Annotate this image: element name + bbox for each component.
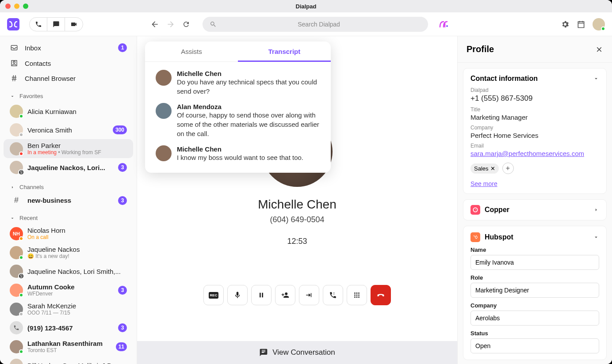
contact-company: Perfect Home Services <box>470 132 599 139</box>
toolbar-right <box>561 18 605 30</box>
view-conversation-button[interactable]: View Conversation <box>137 341 457 364</box>
transcript-message: Alan Mendoza Of course, happy to send th… <box>156 103 320 138</box>
contact-avatar <box>10 284 23 297</box>
chevron-down-icon <box>593 76 599 82</box>
popup-tabs: Assists Transcript <box>145 42 331 62</box>
hubspot-header[interactable]: Hubspot <box>470 232 599 242</box>
hubspot-name-input[interactable] <box>470 255 599 270</box>
calendar-button[interactable] <box>577 20 585 29</box>
tags-row: Sales ✕ + <box>470 163 599 174</box>
contact-avatar: NH <box>10 227 23 240</box>
mute-button[interactable] <box>227 285 248 305</box>
contact-info-header[interactable]: Contact information <box>470 75 599 83</box>
favorite-contact[interactable]: Veronica Smith 300 <box>4 121 133 139</box>
transfer-button[interactable] <box>299 285 319 305</box>
record-button[interactable]: REC <box>203 285 224 305</box>
hold-button[interactable] <box>251 285 272 305</box>
comm-toggle-group <box>29 17 83 31</box>
refresh-button[interactable] <box>182 20 190 28</box>
user-avatar[interactable] <box>593 18 605 30</box>
minimize-window-button[interactable] <box>14 4 19 9</box>
nav-channel-browser[interactable]: Channel Browser <box>0 71 137 86</box>
nav-label: Inbox <box>25 44 41 52</box>
main-body: Inbox 1 Contacts Channel Browser Favorit… <box>0 36 612 364</box>
nav-contacts[interactable]: Contacts <box>0 56 137 71</box>
main-panel: Michelle Chen (604) 649-0504 12:53 REC V… <box>137 36 457 364</box>
tab-transcript[interactable]: Transcript <box>238 42 331 61</box>
svg-point-9 <box>358 296 360 298</box>
hubspot-icon <box>470 232 480 242</box>
nav-label: Contacts <box>25 60 51 67</box>
favorite-contact-selected[interactable]: Ben Parker In a meeting • Working from S… <box>4 139 133 158</box>
svg-point-4 <box>354 295 356 296</box>
ai-button[interactable] <box>439 20 448 28</box>
chevron-right-icon <box>593 207 599 213</box>
contact-avatar <box>10 303 23 316</box>
park-call-button[interactable] <box>323 285 343 305</box>
close-profile-button[interactable] <box>595 46 603 53</box>
contacts-icon <box>10 59 19 67</box>
app-logo[interactable] <box>7 18 19 30</box>
recent-contact[interactable]: NH Nicolas Horn On a call <box>4 224 133 243</box>
remove-tag-icon[interactable]: ✕ <box>490 165 495 172</box>
transcript-message: Michelle Chen Do you have any technical … <box>156 70 320 96</box>
unread-badge: 3 <box>118 196 127 205</box>
channels-section-header[interactable]: Channels <box>0 177 137 193</box>
caller-name: Michelle Chen <box>258 197 336 212</box>
dialpad-button[interactable] <box>347 285 367 305</box>
copper-header[interactable]: Copper <box>470 205 599 215</box>
recent-phone[interactable]: (919) 123-4567 3 <box>4 318 133 337</box>
contact-title: Marketing Manager <box>470 114 599 121</box>
unread-badge: 3 <box>118 163 127 172</box>
profile-title: Profile <box>467 44 494 54</box>
hubspot-company-input[interactable] <box>470 311 599 326</box>
end-call-button[interactable] <box>371 285 391 305</box>
video-mode-button[interactable] <box>65 18 83 31</box>
add-tag-button[interactable]: + <box>502 163 514 174</box>
tag-chip[interactable]: Sales ✕ <box>470 163 499 174</box>
message-avatar <box>156 145 172 161</box>
call-mode-button[interactable] <box>30 18 47 31</box>
sidebar: Inbox 1 Contacts Channel Browser Favorit… <box>0 36 137 364</box>
recent-contact[interactable]: Autumn Cooke WFDenver 3 <box>4 281 133 300</box>
recent-contact[interactable]: Sarah McKenzie OOO 7/11 — 7/15 <box>4 300 133 318</box>
svg-point-0 <box>446 25 448 27</box>
settings-button[interactable] <box>561 20 570 29</box>
profile-panel: Profile Contact information Dialpad +1 (… <box>457 36 612 364</box>
search-bar[interactable]: Search Dialpad <box>203 17 428 32</box>
contact-email[interactable]: sara.marja@perfecthomeservices.com <box>470 150 599 157</box>
recent-section-header[interactable]: Recent <box>0 208 137 224</box>
channel-item[interactable]: # new-business 3 <box>4 193 133 208</box>
recent-contact[interactable]: Jaqueline Nackos 😄 It's a new day! <box>4 243 133 262</box>
hubspot-card: Hubspot Name Role Company Status <box>463 226 607 360</box>
hash-icon: # <box>10 196 23 205</box>
recent-group[interactable]: 9 Jaqueline Nackos, Lori Smith,... <box>4 262 133 281</box>
favorite-group[interactable]: 9 Jaqueline Nackos, Lori... 3 <box>4 158 133 177</box>
svg-point-3 <box>358 292 360 294</box>
nav-label: Channel Browser <box>25 75 76 82</box>
chevron-down-icon <box>593 234 599 240</box>
contact-avatar <box>10 246 23 259</box>
titlebar: Dialpad <box>0 0 612 12</box>
favorites-section-header[interactable]: Favorites <box>0 86 137 102</box>
back-button[interactable] <box>150 20 159 29</box>
message-mode-button[interactable] <box>47 18 65 31</box>
phone-avatar <box>10 321 23 334</box>
svg-point-11 <box>475 236 478 239</box>
maximize-window-button[interactable] <box>23 4 28 9</box>
unread-badge: 300 <box>113 125 127 134</box>
top-toolbar: Search Dialpad <box>0 12 612 36</box>
hubspot-status-input[interactable] <box>470 338 599 353</box>
forward-button[interactable] <box>166 20 175 29</box>
recent-contact[interactable]: Lathankan Rasenthiram Toronto EST 11 <box>4 337 133 356</box>
favorite-contact[interactable]: Alicia Kurniawan <box>4 102 133 121</box>
see-more-link[interactable]: See more <box>470 180 599 187</box>
nav-inbox[interactable]: Inbox 1 <box>0 40 137 56</box>
hubspot-role-input[interactable] <box>470 283 599 298</box>
unread-badge: 11 <box>116 342 127 351</box>
close-window-button[interactable] <box>5 4 11 9</box>
transcript-popup: Assists Transcript Michelle Chen Do you … <box>145 42 331 173</box>
recent-group[interactable]: 24 Bill Yackey, Sam Maliksi, J.P.... <box>4 356 133 364</box>
tab-assists[interactable]: Assists <box>145 42 238 61</box>
add-participant-button[interactable] <box>275 285 295 305</box>
